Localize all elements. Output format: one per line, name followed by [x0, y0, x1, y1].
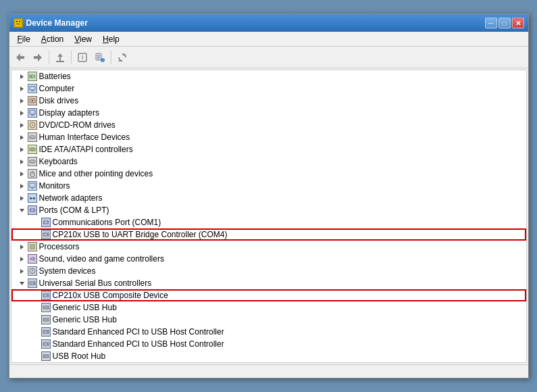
svg-marker-23: [20, 87, 24, 91]
tree-item-disk-drives[interactable]: Disk drives: [11, 95, 526, 107]
svg-point-82: [33, 283, 34, 284]
tree-label-display-adapters: Display adapters: [39, 108, 99, 118]
tree-item-usb-controllers[interactable]: Universal Serial Bus controllers: [11, 277, 526, 289]
tree-item-keyboards[interactable]: Keyboards: [11, 155, 526, 168]
menu-help[interactable]: Help: [97, 33, 125, 45]
svg-rect-63: [34, 210, 35, 211]
expander-standard-pci-2[interactable]: [30, 339, 41, 349]
expander-hid[interactable]: [17, 132, 28, 143]
svg-rect-48: [32, 162, 32, 162]
svg-rect-58: [33, 197, 35, 199]
up-button[interactable]: [52, 49, 68, 66]
svg-rect-3: [16, 24, 20, 24]
svg-marker-4: [16, 53, 24, 62]
tree-item-ide[interactable]: IDE ATA/ATAPI controllers: [11, 143, 526, 155]
system-icon: [28, 266, 37, 276]
tree-item-network[interactable]: Network adapters: [11, 192, 526, 204]
usb-icon: [41, 327, 51, 337]
expander-system[interactable]: [17, 266, 28, 276]
expander-ports[interactable]: [17, 205, 28, 216]
tree-item-display-adapters[interactable]: Display adapters: [11, 107, 526, 119]
device-tree[interactable]: BatteriesComputerDisk drivesDisplay adap…: [11, 70, 527, 363]
tree-item-standard-pci-1[interactable]: Standard Enhanced PCI to USB Host Contro…: [11, 326, 526, 338]
tree-item-mice[interactable]: Mice and other pointing devices: [11, 168, 526, 180]
toolbar-sep-1: [49, 51, 49, 64]
svg-rect-22: [30, 76, 32, 77]
refresh-button[interactable]: [114, 49, 130, 66]
svg-marker-56: [20, 196, 24, 201]
forward-button[interactable]: [30, 49, 46, 66]
tree-item-cp210x-com4[interactable]: CP210x USB to UART Bridge Controller (CO…: [11, 228, 526, 241]
up-icon: [55, 52, 66, 63]
expander-disk-drives[interactable]: [17, 95, 28, 106]
expander-network[interactable]: [17, 193, 28, 203]
menu-view[interactable]: View: [69, 33, 97, 45]
tree-item-com1[interactable]: Communications Port (COM1): [11, 216, 526, 228]
title-controls: ─ □ ✕: [485, 18, 524, 28]
tree-item-dvd-drives[interactable]: DVD/CD-ROM drives: [11, 119, 526, 131]
expander-ide[interactable]: [17, 144, 28, 155]
expander-monitors[interactable]: [17, 180, 28, 191]
tree-label-keyboards: Keyboards: [39, 157, 78, 166]
tree-item-batteries[interactable]: Batteries: [11, 70, 526, 82]
expander-display-adapters[interactable]: [17, 107, 28, 118]
tree-item-computer[interactable]: Computer: [11, 82, 526, 95]
expander-computer[interactable]: [17, 83, 28, 94]
svg-marker-29: [20, 111, 24, 116]
close-button[interactable]: ✕: [512, 18, 524, 28]
expander-usb-controllers[interactable]: [17, 278, 28, 289]
expander-usb-root-hub-1[interactable]: [30, 351, 41, 362]
tree-item-sound[interactable]: Sound, video and game controllers: [11, 253, 526, 265]
svg-marker-26: [20, 99, 24, 103]
back-button[interactable]: [12, 49, 28, 66]
svg-marker-70: [20, 245, 24, 249]
maximize-button[interactable]: □: [498, 18, 511, 28]
svg-rect-25: [31, 91, 34, 91]
tree-item-ports[interactable]: Ports (COM & LPT): [11, 204, 526, 216]
expander-dvd-drives[interactable]: [17, 120, 28, 130]
toolbar: i ↑: [9, 47, 528, 68]
expander-sound[interactable]: [17, 253, 28, 264]
expander-cp210x-com4[interactable]: [30, 229, 41, 240]
menu-action-label: Action: [41, 34, 63, 44]
proc-icon: [28, 242, 37, 251]
tree-item-usb-root-hub-1[interactable]: USB Root Hub: [11, 350, 526, 362]
menu-file[interactable]: File: [12, 33, 36, 45]
display-icon: [28, 108, 37, 118]
svg-rect-64: [44, 221, 48, 224]
svg-point-101: [44, 356, 45, 357]
tree-item-processors[interactable]: Processors: [11, 241, 526, 253]
tree-item-generic-hub-1[interactable]: Generic USB Hub: [11, 301, 526, 314]
tree-item-cp210x-usb[interactable]: CP210x USB Composite Device: [11, 289, 526, 301]
svg-rect-62: [30, 210, 30, 211]
expander-cp210x-usb[interactable]: [30, 290, 41, 301]
svg-point-88: [45, 307, 47, 308]
expander-com1[interactable]: [30, 217, 41, 228]
expander-standard-pci-1[interactable]: [30, 326, 41, 337]
battery-icon: [28, 72, 37, 81]
tree-label-ports: Ports (COM & LPT): [39, 205, 109, 215]
tree-item-usb-root-hub-2[interactable]: USB Root Hub: [11, 362, 526, 363]
expander-mice[interactable]: [17, 168, 28, 179]
svg-point-103: [47, 356, 48, 357]
expander-generic-hub-1[interactable]: [30, 302, 41, 313]
menu-action[interactable]: Action: [36, 33, 69, 45]
back-icon: [15, 52, 26, 63]
update-driver-icon: ↑: [95, 52, 105, 63]
svg-rect-24: [30, 87, 35, 90]
expander-keyboards[interactable]: [17, 156, 28, 167]
expander-processors[interactable]: [17, 241, 28, 252]
tree-item-hid[interactable]: Human Interface Devices: [11, 131, 526, 143]
tree-item-generic-hub-2[interactable]: Generic USB Hub: [11, 314, 526, 326]
tree-item-system[interactable]: System devices: [11, 265, 526, 277]
update-driver-button[interactable]: ↑: [92, 49, 108, 66]
tree-item-monitors[interactable]: Monitors: [11, 180, 526, 192]
tree-item-standard-pci-2[interactable]: Standard Enhanced PCI to USB Host Contro…: [11, 338, 526, 350]
properties-icon: i: [77, 52, 88, 63]
expander-generic-hub-2[interactable]: [30, 314, 41, 325]
svg-point-89: [47, 307, 48, 308]
minimize-button[interactable]: ─: [485, 18, 497, 28]
tree-label-system: System devices: [39, 266, 96, 276]
properties-button[interactable]: i: [74, 49, 91, 66]
expander-batteries[interactable]: [17, 71, 28, 82]
